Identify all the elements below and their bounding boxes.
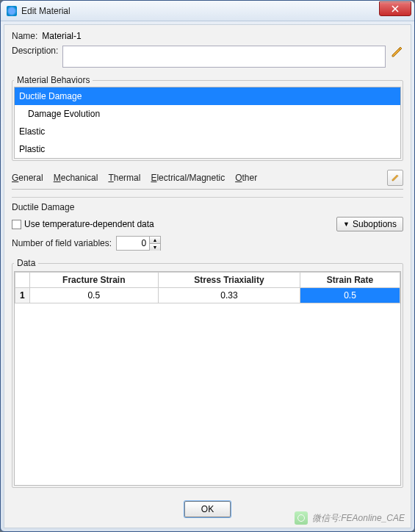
behaviors-legend: Material Behaviors <box>14 75 93 85</box>
name-value: Material-1 <box>42 31 81 41</box>
field-vars-stepper[interactable]: ▲ ▼ <box>116 236 161 251</box>
field-vars-input[interactable] <box>117 237 149 250</box>
checkbox-icon <box>12 220 21 229</box>
dialog-window: Edit Material Name: Material-1 Descripti… <box>0 0 415 532</box>
suboptions-button[interactable]: ▼ Suboptions <box>336 217 403 231</box>
dialog-body: Name: Material-1 Description: Material B… <box>4 24 411 528</box>
menu-electrical[interactable]: Electrical/Magnetic <box>151 173 225 183</box>
table-cell[interactable]: 0.33 <box>158 288 300 303</box>
close-icon <box>391 5 399 12</box>
window-title: Edit Material <box>21 6 379 16</box>
suboptions-label: Suboptions <box>353 219 397 229</box>
field-vars-label: Number of field variables: <box>12 238 112 248</box>
behaviors-group: Material Behaviors Ductile DamageDamage … <box>12 75 403 161</box>
table-row[interactable]: 10.50.330.5 <box>15 288 400 303</box>
menu-other[interactable]: Other <box>235 173 257 183</box>
table-cell[interactable]: 0.5 <box>300 288 400 303</box>
column-header[interactable]: Stress Triaxiality <box>158 273 300 288</box>
close-button[interactable] <box>379 1 411 16</box>
chevron-down-icon: ▼ <box>343 220 350 228</box>
data-group: Data Fracture StrainStress TriaxialitySt… <box>12 258 403 488</box>
behavior-item[interactable]: Plastic <box>15 140 401 159</box>
temp-dependent-checkbox[interactable]: Use temperature-dependent data <box>12 219 154 229</box>
app-icon <box>7 6 17 16</box>
ok-button[interactable]: OK <box>184 501 231 517</box>
titlebar: Edit Material <box>1 1 414 21</box>
temp-dependent-label: Use temperature-dependent data <box>24 219 154 229</box>
table-cell[interactable]: 0.5 <box>29 288 158 303</box>
menu-bar: General Mechanical Thermal Electrical/Ma… <box>12 167 403 190</box>
menu-general[interactable]: General <box>12 173 43 183</box>
name-label: Name: <box>12 31 37 41</box>
description-input[interactable] <box>62 46 386 68</box>
column-header[interactable]: Fracture Strain <box>29 273 158 288</box>
data-grid[interactable]: Fracture StrainStress TriaxialityStrain … <box>14 271 401 486</box>
data-legend: Data <box>14 258 38 268</box>
behavior-item[interactable]: Damage Evolution <box>15 105 401 123</box>
stepper-up-icon[interactable]: ▲ <box>150 237 160 244</box>
stepper-down-icon[interactable]: ▼ <box>150 244 160 251</box>
watermark: 微信号:FEAonline_CAE <box>295 511 405 525</box>
wechat-icon <box>295 511 308 525</box>
description-label: Description: <box>12 46 58 56</box>
menu-mechanical[interactable]: Mechanical <box>54 173 98 183</box>
behaviors-list[interactable]: Ductile DamageDamage EvolutionElasticPla… <box>14 87 401 159</box>
behavior-item[interactable]: Ductile Damage <box>15 87 401 106</box>
column-header[interactable]: Strain Rate <box>300 273 400 288</box>
menu-thermal[interactable]: Thermal <box>108 173 140 183</box>
panel-heading: Ductile Damage <box>12 202 403 212</box>
behavior-item[interactable]: Elastic <box>15 123 401 140</box>
pencil-icon <box>391 173 400 182</box>
edit-behaviors-button[interactable] <box>387 170 403 186</box>
edit-description-icon[interactable] <box>390 46 403 59</box>
